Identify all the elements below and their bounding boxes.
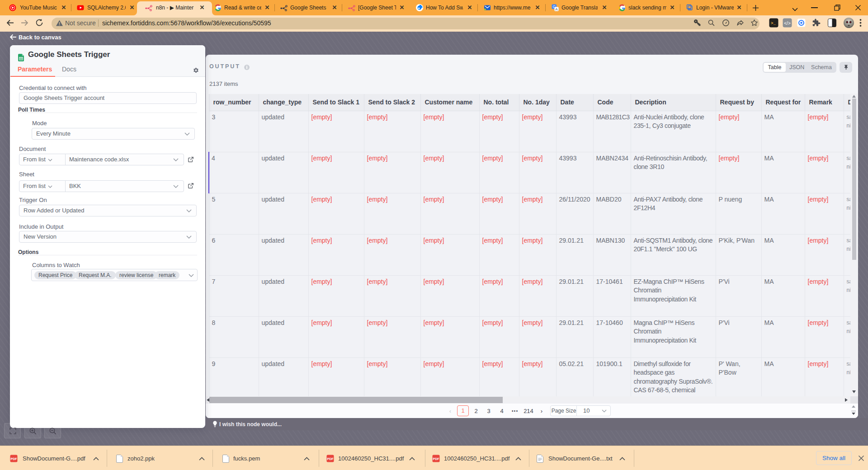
svg-text:PDF: PDF [433,457,440,461]
svg-text:PDF: PDF [11,457,18,461]
svg-text:</>: </> [784,21,791,26]
svg-text:PDF: PDF [327,457,334,461]
svg-text:>_: >_ [771,21,776,26]
svg-text:A: A [555,7,558,11]
